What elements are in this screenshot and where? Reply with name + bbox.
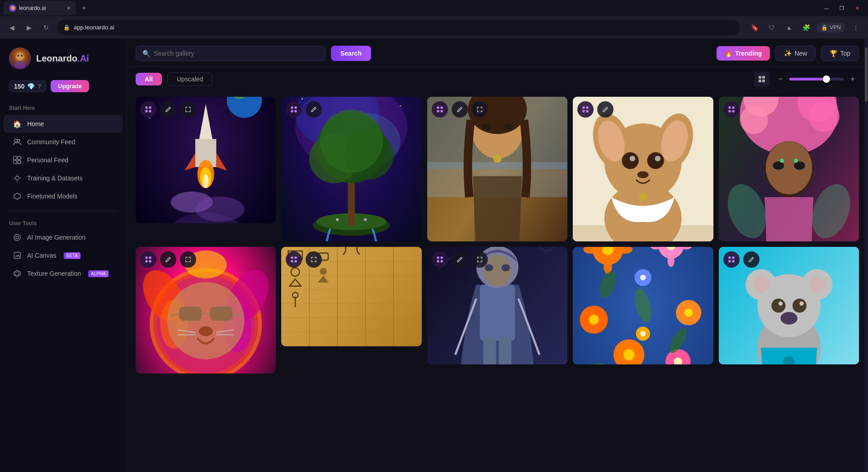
gallery-item-koala[interactable] [719,247,859,364]
search-button[interactable]: Search [331,46,371,61]
item-expand-btn-lion[interactable] [180,251,196,268]
svg-rect-98 [586,110,589,113]
new-button[interactable]: ✨ New [775,46,816,61]
sidebar-item-finetuned[interactable]: Finetuned Models [4,187,123,205]
new-tab-button[interactable]: + [78,2,90,14]
svg-point-227 [780,312,797,325]
gallery-item-hieroglyphs[interactable] [281,247,421,346]
sidebar-item-community-feed[interactable]: Community Feed [4,133,123,151]
item-grid-btn-woman[interactable] [432,101,448,118]
gallery-item-fairy[interactable] [719,97,859,241]
tab-close-button[interactable]: ✕ [66,5,71,11]
svg-point-92 [639,193,647,202]
item-grid-btn-tree[interactable] [286,101,302,118]
search-input[interactable] [154,50,319,57]
item-expand-btn-woman[interactable] [472,101,488,118]
sidebar-item-texture-gen[interactable]: Texture Generation ALPHA [4,264,123,283]
item-expand-btn-hieroglyphs[interactable] [306,251,322,268]
sidebar-item-ai-canvas[interactable]: AI Canvas BETA [4,246,123,264]
trending-label: Trending [735,50,762,57]
gallery-item-chihuahua[interactable] [573,97,713,241]
item-grid-btn-lion[interactable] [140,251,156,268]
minimize-button[interactable]: — [819,2,834,14]
svg-point-61 [336,218,339,221]
item-edit-btn-woman[interactable] [452,101,468,118]
sidebar-item-personal-feed[interactable]: Personal Feed [4,151,123,169]
refresh-button[interactable]: ↻ [40,21,52,34]
sidebar-item-ai-image-gen[interactable]: AI Image Generation [4,228,123,246]
forward-button[interactable]: ▶ [23,21,35,34]
gallery-item-cosmic-tree[interactable] [281,97,421,241]
svg-rect-139 [149,257,151,259]
app-container: Leonardo.Ai 150 💎 ? Upgrade Start Here 🏠… [0,38,868,472]
vpn-badge: 🔒 VPN [816,23,845,33]
item-edit-btn-tree[interactable] [306,101,322,118]
scrollbar-thumb[interactable] [865,47,868,102]
svg-rect-169 [295,260,297,263]
gallery-item-rocket[interactable] [136,97,276,223]
trending-button[interactable]: 🔥 Trending [717,46,770,61]
item-edit-btn-warrior[interactable] [452,251,468,268]
item-grid-btn-warrior[interactable] [432,251,448,268]
lock-icon: 🔒 [63,24,70,31]
zoom-plus-button[interactable]: + [846,73,859,85]
item-grid-btn-koala[interactable] [723,251,740,268]
gallery-item-fairy-overlay [719,97,859,122]
item-expand-btn-rocket[interactable] [180,101,196,118]
restore-button[interactable]: ❐ [835,2,849,14]
svg-point-112 [794,159,798,163]
gallery-area[interactable] [127,91,868,472]
search-header: 🔍 Search 🔥 Trending ✨ New 🏆 Top [127,38,868,67]
credits-icon: 💎 [27,83,35,90]
item-edit-btn-dog[interactable] [597,101,613,118]
item-grid-btn-rocket[interactable] [140,101,156,118]
gallery-item-flowers[interactable] [573,247,713,364]
filter-upscaled-button[interactable]: Upscaled [167,72,212,86]
filter-all-button[interactable]: All [136,73,162,85]
search-box: 🔍 [136,46,326,61]
community-icon [13,137,22,146]
filter-bar: All Upscaled − + [127,67,868,91]
item-grid-btn-fairy[interactable] [723,101,740,118]
address-field[interactable]: 🔒 app.leonardo.ai [57,20,740,35]
bookmark-button[interactable]: 🔖 [748,21,761,34]
upgrade-button[interactable]: Upgrade [51,80,89,92]
grid-view-button[interactable] [754,71,769,87]
svg-point-132 [167,282,245,359]
finetuned-icon [13,192,22,201]
item-expand-btn-warrior[interactable] [472,251,488,268]
item-grid-btn-dog[interactable] [577,101,594,118]
active-tab[interactable]: 🎨 leonardo.ai ✕ [4,1,76,15]
svg-point-13 [14,234,20,241]
gallery-item-woman[interactable] [427,97,567,241]
top-label: Top [840,50,850,57]
svg-point-72 [482,123,492,131]
back-button[interactable]: ◀ [5,21,18,34]
sidebar-item-ai-canvas-label: AI Canvas [27,252,57,259]
menu-button[interactable]: ⋮ [849,21,863,34]
item-edit-btn-lion[interactable] [160,251,176,268]
zoom-minus-button[interactable]: − [774,73,787,85]
svg-point-37 [203,174,208,188]
item-edit-btn-koala[interactable] [743,251,760,268]
gallery-item-lion[interactable] [136,247,276,373]
sidebar-item-home[interactable]: 🏠 Home [4,115,123,133]
svg-rect-20 [759,80,761,82]
credits-amount: 150 [14,83,24,90]
zoom-slider-thumb[interactable] [823,76,830,83]
logo-text: Leonardo.Ai [36,53,89,64]
item-edit-btn-rocket[interactable] [160,101,176,118]
item-grid-btn-hieroglyphs[interactable] [286,251,302,268]
svg-rect-186 [440,260,443,263]
gallery-item-tree-overlay [281,97,421,122]
extensions-icon[interactable]: 🧩 [799,21,813,34]
svg-point-4 [21,55,23,57]
zoom-slider[interactable] [789,78,844,80]
svg-point-89 [630,156,635,161]
sidebar-item-training[interactable]: Training & Datasets [4,169,123,187]
svg-rect-97 [583,110,585,113]
close-button[interactable]: ✕ [850,2,864,14]
gallery-item-warrior[interactable] [427,247,567,364]
profile-icon: ▲ [782,21,796,34]
top-button[interactable]: 🏆 Top [821,46,859,61]
